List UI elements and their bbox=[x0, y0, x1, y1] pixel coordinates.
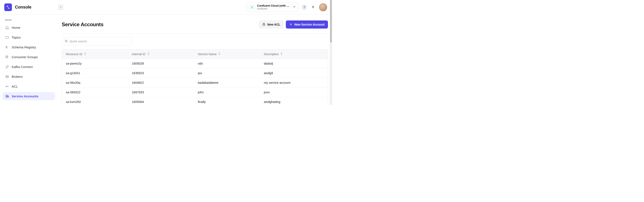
link-icon bbox=[5, 65, 9, 68]
cell-resource-id: sa-56x33q bbox=[62, 78, 128, 88]
column-label: Internal ID bbox=[132, 52, 146, 56]
table-row[interactable]: sa-g1dv511635923puiaisdg9 bbox=[62, 68, 328, 78]
cell-resource-id: sa-569322 bbox=[62, 88, 128, 97]
home-icon bbox=[5, 26, 9, 30]
cell-internal-id: 1605028 bbox=[128, 59, 194, 68]
button-label: New ACL bbox=[267, 23, 280, 26]
folder-icon bbox=[5, 35, 9, 39]
search-box[interactable] bbox=[62, 37, 132, 46]
lock-icon bbox=[262, 22, 266, 27]
column-label: Description bbox=[264, 52, 279, 56]
cell-internal-id: 1604822 bbox=[128, 78, 194, 88]
sidebar-item-kafka-connect[interactable]: Kafka Connect bbox=[2, 63, 55, 71]
column-header-resource-id[interactable]: Resource ID bbox=[62, 50, 128, 59]
service-accounts-table: Resource ID Internal ID bbox=[62, 49, 328, 105]
sidebar-item-gateway-interceptors[interactable]: Gateway Interceptors bbox=[2, 102, 55, 105]
cell-resource-id: sa-pwmo2y bbox=[62, 59, 128, 68]
sidebar-item-topics[interactable]: Topics bbox=[2, 33, 55, 41]
cluster-selector[interactable]: Confluent Cloud (with Fla… confluent bbox=[246, 2, 298, 12]
header: Console Confluent Cloud (with Fla… confl… bbox=[0, 0, 332, 14]
sidebar-item-label: Topics bbox=[12, 36, 21, 39]
svg-point-13 bbox=[6, 96, 7, 96]
cell-service-name: odn bbox=[194, 59, 260, 68]
svg-rect-5 bbox=[6, 56, 6, 56]
table-header-row: Resource ID Internal ID bbox=[62, 50, 328, 59]
cell-internal-id: 1697933 bbox=[128, 88, 194, 97]
sidebar-item-label: Schema Registry bbox=[12, 46, 36, 49]
cell-service-name: pui bbox=[194, 68, 260, 78]
sidebar-heading: MAIN bbox=[2, 19, 55, 24]
sidebar-item-label: ACL bbox=[12, 84, 18, 88]
cluster-labels: Confluent Cloud (with Fla… confluent bbox=[257, 4, 291, 10]
chevron-down-icon bbox=[293, 5, 296, 9]
table-row[interactable]: sa-56x33q1604822badabadabeeemy service a… bbox=[62, 78, 328, 88]
sidebar-item-label: Home bbox=[12, 26, 20, 30]
page-actions: New ACL New Service Account bbox=[259, 20, 328, 28]
sort-icon bbox=[218, 52, 220, 56]
sidebar: MAIN Home Topics Schema Registry Consume… bbox=[0, 14, 58, 105]
search-input[interactable] bbox=[70, 40, 129, 43]
column-header-service-name[interactable]: Service Name bbox=[194, 50, 260, 59]
svg-rect-15 bbox=[263, 24, 265, 25]
cell-description: dadsdj bbox=[260, 59, 328, 68]
workspace-dropdown[interactable] bbox=[58, 4, 64, 10]
table-row[interactable]: sa-pwmo2y1605028odndadsdj bbox=[62, 59, 328, 68]
column-header-description[interactable]: Description bbox=[260, 50, 328, 59]
scrollbar[interactable] bbox=[330, 0, 332, 105]
sidebar-item-home[interactable]: Home bbox=[2, 24, 55, 32]
cluster-icon bbox=[249, 4, 255, 10]
server-icon bbox=[5, 74, 9, 78]
sidebar-item-service-accounts[interactable]: Service Accounts bbox=[2, 92, 55, 100]
sidebar-item-label: Gateway Interceptors bbox=[12, 104, 42, 105]
column-label: Resource ID bbox=[66, 52, 82, 56]
help-button[interactable]: ? bbox=[302, 4, 307, 10]
page-title: Service Accounts bbox=[62, 22, 104, 28]
notifications-button[interactable] bbox=[310, 4, 316, 10]
schema-icon bbox=[5, 45, 9, 49]
cell-resource-id: sa-g1dv51 bbox=[62, 68, 128, 78]
cell-description: aisdg9 bbox=[260, 68, 328, 78]
page-header: Service Accounts New ACL New Service Acc… bbox=[62, 20, 328, 34]
sidebar-item-acl[interactable]: ACL bbox=[2, 82, 55, 90]
svg-rect-8 bbox=[7, 57, 8, 58]
cell-internal-id: 1635923 bbox=[128, 68, 194, 78]
new-service-account-button[interactable]: New Service Account bbox=[286, 20, 328, 28]
svg-rect-6 bbox=[6, 57, 6, 58]
app-name: Console bbox=[15, 5, 32, 10]
sidebar-item-consumer-groups[interactable]: Consumer Groups bbox=[2, 53, 55, 61]
cell-internal-id: 1605064 bbox=[128, 97, 194, 105]
sort-icon bbox=[84, 52, 86, 56]
cell-description: jono bbox=[260, 88, 328, 97]
key-icon bbox=[5, 84, 9, 88]
rocket-icon bbox=[5, 104, 9, 105]
plus-icon bbox=[289, 22, 292, 27]
group-icon bbox=[5, 55, 9, 59]
sidebar-item-label: Consumer Groups bbox=[12, 55, 38, 59]
svg-rect-10 bbox=[6, 77, 8, 78]
table-row[interactable]: sa-kxm2921605064finallyaisdghaidsg bbox=[62, 97, 328, 105]
sidebar-item-label: Service Accounts bbox=[12, 94, 38, 98]
sidebar-item-brokers[interactable]: Brokers bbox=[2, 72, 55, 80]
column-label: Service Name bbox=[198, 52, 216, 56]
id-lock-icon bbox=[5, 94, 9, 98]
main-content: Service Accounts New ACL New Service Acc… bbox=[58, 14, 332, 105]
column-header-internal-id[interactable]: Internal ID bbox=[128, 50, 194, 59]
sidebar-item-label: Kafka Connect bbox=[12, 65, 32, 68]
cluster-subtitle: confluent bbox=[257, 7, 291, 10]
sidebar-item-schema-registry[interactable]: Schema Registry bbox=[2, 43, 55, 51]
avatar[interactable] bbox=[319, 3, 327, 11]
button-label: New Service Account bbox=[294, 23, 324, 26]
cell-description: aisdghaidsg bbox=[260, 97, 328, 105]
sort-icon bbox=[280, 52, 282, 56]
svg-point-16 bbox=[65, 40, 67, 42]
new-acl-button[interactable]: New ACL bbox=[259, 20, 284, 28]
svg-point-1 bbox=[251, 6, 251, 6]
scrollbar-thumb[interactable] bbox=[330, 0, 332, 42]
app-logo[interactable] bbox=[4, 4, 12, 11]
search-wrap bbox=[62, 34, 328, 46]
cell-description: my service account. bbox=[260, 78, 328, 88]
cell-resource-id: sa-kxm292 bbox=[62, 97, 128, 105]
sort-icon bbox=[147, 52, 150, 56]
table-row[interactable]: sa-5693221697933johnjono bbox=[62, 88, 328, 97]
sidebar-item-label: Brokers bbox=[12, 75, 23, 78]
